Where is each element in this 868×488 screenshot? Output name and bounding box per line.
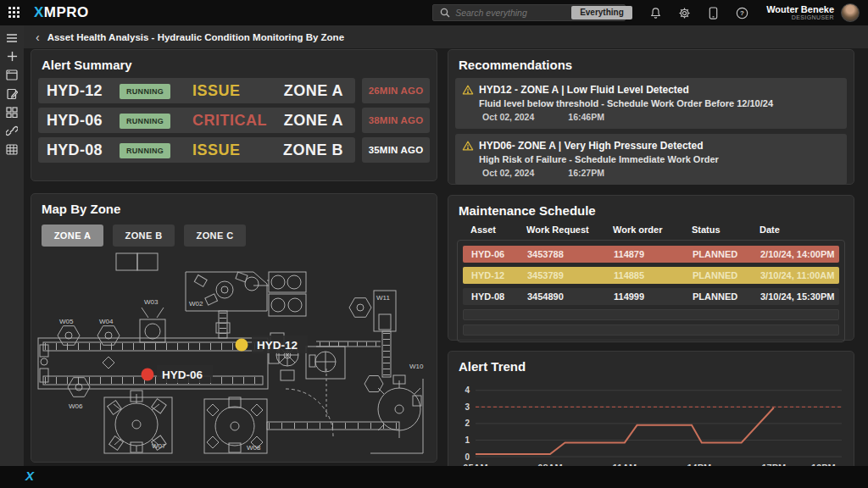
svg-text:0: 0 [465, 452, 470, 462]
column-header: Date [760, 225, 849, 235]
settings-gear-icon[interactable] [677, 6, 691, 19]
maintenance-schedule-title: Maintenance Schedule [448, 196, 854, 218]
alert-row[interactable]: HYD-08 RUNNING ISSUE ZONE B 35MIN AGO [38, 137, 430, 163]
user-name: Wouter Beneke [766, 5, 834, 15]
marker-label: HYD-06 [162, 369, 203, 381]
alert-status: ISSUE [192, 141, 267, 159]
status-badge: RUNNING [120, 114, 170, 129]
asset-id: HYD-06 [38, 112, 120, 130]
alert-status: ISSUE [192, 82, 267, 100]
schedule-empty-row [463, 309, 839, 320]
left-sidebar [0, 25, 24, 466]
map-title: Map By Zone [31, 194, 437, 216]
column-header: Work order [613, 225, 692, 235]
window-icon[interactable] [5, 69, 19, 81]
recommendation-card[interactable]: HYD06- ZONE A | Very High Pressure Detec… [455, 134, 847, 185]
alert-time: 38MIN AGO [362, 108, 430, 133]
user-avatar[interactable] [841, 3, 860, 22]
cell-status: PLANNED [693, 291, 760, 302]
marker-dot-yellow [236, 339, 248, 352]
recommendation-date: Oct 02, 2024 [482, 112, 534, 122]
svg-text:3: 3 [465, 402, 470, 412]
alert-row[interactable]: HYD-12 RUNNING ISSUE ZONE A 26MIN AGO [38, 78, 430, 103]
alert-trend-panel: Alert Trend 0123405AM08AM11AM14PM17PM19P… [448, 351, 854, 474]
cell-work-order: 114879 [614, 249, 693, 259]
marker-label: HYD-12 [257, 339, 298, 352]
zone-tabs: ZONE A ZONE B ZONE C [31, 216, 437, 247]
zone-tab-c[interactable]: ZONE C [184, 225, 246, 247]
cell-work-order: 114999 [614, 291, 693, 302]
recommendation-detail: High Risk of Failure - Schedule Immediat… [462, 152, 838, 164]
alert-time: 35MIN AGO [362, 137, 430, 163]
xmpro-logo[interactable]: XMPRO [34, 4, 89, 21]
station-label: W07 [152, 442, 166, 450]
recommendation-title: HYD12 - ZONE A | Low Fluid Level Detecte… [479, 84, 689, 96]
xmpro-footer-logo: X [25, 469, 34, 483]
cell-work-order: 114885 [614, 270, 693, 280]
link-icon[interactable] [5, 125, 19, 137]
column-header: Asset [470, 225, 526, 235]
user-role: DESIGNUSER [766, 14, 834, 20]
alert-trend-chart: 0123405AM08AM11AM14PM17PM19PM [457, 375, 843, 475]
zone-tab-b[interactable]: ZONE B [113, 225, 175, 247]
top-bar: XMPRO Everything [0, 0, 868, 25]
page-edit-icon[interactable] [5, 87, 19, 100]
station-label: W08 [247, 444, 261, 452]
recommendation-detail: Fluid level below threshold - Schedule W… [462, 96, 838, 108]
schedule-row[interactable]: HYD-12 3453789 114885 PLANNED 3/10/24, 1… [463, 267, 839, 284]
mobile-device-icon[interactable] [706, 6, 720, 19]
schedule-header-row: Asset Work Request Work order Status Dat… [448, 218, 854, 238]
search-bar[interactable]: Everything [432, 4, 626, 21]
alert-zone: ZONE A [267, 112, 355, 130]
column-header: Status [692, 225, 760, 235]
schedule-row[interactable]: HYD-06 3453788 114879 PLANNED 2/10/24, 1… [463, 246, 839, 263]
map-marker-hyd06[interactable]: HYD-06 [142, 365, 214, 383]
blocks-icon[interactable] [5, 106, 19, 119]
cell-status: PLANNED [693, 270, 760, 280]
back-chevron-icon[interactable]: ‹ [36, 31, 40, 43]
alert-status: CRITICAL [192, 112, 267, 130]
cell-date: 2/10/24, 14:00PM [760, 249, 839, 259]
station-label: W06 [69, 402, 83, 410]
schedule-row[interactable]: HYD-08 3454890 114999 PLANNED 3/10/24, 1… [463, 288, 839, 305]
asset-id: HYD-12 [38, 82, 120, 100]
notifications-bell-icon[interactable] [648, 6, 662, 19]
station-label: W05 [59, 318, 74, 325]
recommendations-panel: Recommendations HYD12 - ZONE A | Low Flu… [448, 49, 854, 185]
add-icon[interactable] [5, 50, 19, 63]
breadcrumb: ‹ Asset Health Analysis - Hydraulic Cond… [24, 25, 868, 48]
zone-map-schematic: W05 W04 W03 W02 W06 W07 W08 W10 W11 HYD-… [31, 250, 426, 457]
grid-icon[interactable] [5, 143, 19, 156]
svg-text:?: ? [740, 9, 744, 17]
station-label: W02 [189, 300, 203, 308]
cell-asset: HYD-12 [471, 270, 527, 280]
alert-zone: ZONE B [267, 141, 355, 159]
app-launcher-icon[interactable] [8, 7, 20, 19]
search-input[interactable] [455, 8, 571, 18]
search-scope-button[interactable]: Everything [571, 6, 632, 19]
schedule-empty-row [463, 324, 839, 336]
cell-date: 3/10/24, 11:00AM [760, 270, 839, 280]
page-title: Asset Health Analysis - Hydraulic Condit… [47, 32, 344, 42]
svg-text:2: 2 [465, 419, 470, 428]
alert-row[interactable]: HYD-06 RUNNING CRITICAL ZONE A 38MIN AGO [38, 108, 430, 133]
recommendation-card[interactable]: HYD12 - ZONE A | Low Fluid Level Detecte… [455, 78, 847, 129]
cell-status: PLANNED [693, 249, 760, 259]
cell-asset: HYD-06 [471, 249, 527, 259]
help-icon[interactable]: ? [735, 6, 748, 19]
station-label: W11 [376, 294, 390, 302]
status-badge: RUNNING [120, 143, 170, 158]
asset-id: HYD-08 [38, 141, 120, 159]
alert-summary-title: Alert Summary [31, 50, 437, 72]
recommendation-title: HYD06- ZONE A | Very High Pressure Detec… [479, 140, 704, 152]
cell-work-request: 3453788 [527, 249, 614, 259]
alert-zone: ZONE A [267, 82, 355, 100]
bottom-bar: X [0, 466, 868, 488]
station-label: W03 [144, 298, 159, 306]
zone-tab-a[interactable]: ZONE A [42, 225, 103, 247]
marker-dot-red [142, 369, 154, 381]
user-menu[interactable]: Wouter Beneke DESIGNUSER [766, 5, 834, 21]
warning-triangle-icon [462, 85, 474, 95]
status-badge: RUNNING [120, 84, 170, 99]
menu-icon[interactable] [5, 31, 19, 44]
